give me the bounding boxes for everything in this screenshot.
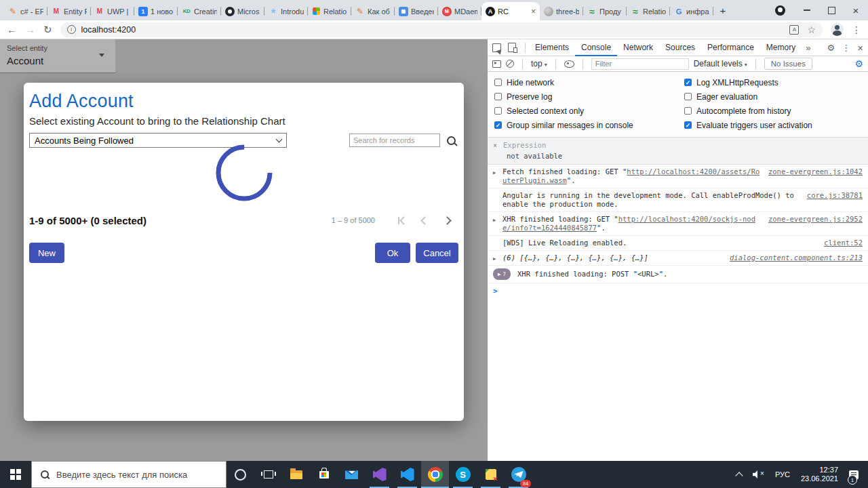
cancel-button[interactable]: Cancel bbox=[416, 243, 458, 263]
address-bar[interactable]: localhost:4200 A ☆ bbox=[60, 22, 823, 37]
browser-tab[interactable]: 1 ново bbox=[134, 2, 178, 20]
console-setting[interactable]: Selected context only bbox=[488, 104, 677, 118]
browser-tab[interactable]: Relatio bbox=[308, 2, 351, 20]
console-message[interactable]: zone-evergreen.js:2952▶XHR finished load… bbox=[488, 212, 868, 236]
clear-console-icon[interactable] bbox=[506, 60, 514, 68]
source-link[interactable]: zone-evergreen.js:1042 bbox=[768, 167, 863, 176]
tray-expand-button[interactable] bbox=[731, 461, 747, 488]
next-page-button[interactable] bbox=[436, 212, 458, 228]
browser-tab[interactable]: Проду bbox=[583, 2, 627, 20]
source-link[interactable]: zone-evergreen.js:2952 bbox=[768, 215, 863, 224]
device-toolbar-icon[interactable] bbox=[508, 43, 516, 52]
taskbar-app-vscode[interactable] bbox=[393, 461, 421, 488]
taskbar-search[interactable]: Введите здесь текст для поиска bbox=[31, 461, 226, 488]
console-setting[interactable]: Group similar messages in console bbox=[488, 118, 677, 132]
url-text[interactable]: localhost:4200 bbox=[81, 25, 136, 35]
console-settings-gear-icon[interactable]: ⚙ bbox=[854, 59, 863, 68]
checkbox-icon[interactable] bbox=[494, 79, 502, 86]
minimize-button[interactable] bbox=[795, 0, 819, 20]
browser-tab[interactable]: MDaem bbox=[438, 2, 481, 20]
taskbar-app-store[interactable] bbox=[310, 461, 338, 488]
browser-tab[interactable]: Введен bbox=[395, 2, 438, 20]
browser-tab[interactable]: RC× bbox=[481, 2, 540, 20]
devtools-menu-icon[interactable]: ⋮ bbox=[842, 43, 850, 53]
live-expression-bar[interactable]: ×Expression not available bbox=[488, 138, 868, 165]
browser-tab[interactable]: Creatin bbox=[178, 2, 221, 20]
console-setting[interactable]: Preserve log bbox=[488, 89, 677, 104]
console-sidebar-icon[interactable] bbox=[492, 60, 501, 68]
search-input[interactable] bbox=[349, 134, 440, 147]
taskbar-app-cortana[interactable] bbox=[226, 461, 254, 488]
start-button[interactable] bbox=[0, 461, 31, 488]
devtools-close-icon[interactable]: × bbox=[857, 42, 863, 54]
context-selector[interactable]: top▾ bbox=[531, 59, 547, 68]
remove-expression-icon[interactable]: × bbox=[493, 142, 497, 149]
browser-menu-icon[interactable]: ⋮ bbox=[852, 25, 861, 35]
console-setting[interactable]: Hide network bbox=[488, 75, 677, 89]
browser-tab[interactable]: Entity F bbox=[47, 2, 91, 20]
taskbar-app-chrome[interactable] bbox=[421, 461, 449, 488]
forward-button[interactable]: → bbox=[25, 24, 35, 35]
console-setting[interactable]: Evaluate triggers user activation bbox=[677, 118, 868, 132]
close-button[interactable]: × bbox=[844, 0, 868, 20]
devtools-tab-console[interactable]: Console bbox=[575, 39, 617, 56]
checkbox-checked-icon[interactable] bbox=[494, 121, 502, 129]
bookmark-star-icon[interactable]: ☆ bbox=[807, 25, 816, 35]
source-link[interactable]: core.js:38781 bbox=[807, 191, 863, 200]
checkbox-icon[interactable] bbox=[684, 93, 692, 100]
browser-tab[interactable]: three-b bbox=[540, 2, 583, 20]
ok-button[interactable]: Ok bbox=[375, 243, 410, 263]
browser-tab[interactable]: Micros bbox=[221, 2, 264, 20]
volume-button[interactable] bbox=[747, 461, 770, 488]
repeat-count-badge[interactable]: ▶7 bbox=[493, 268, 511, 280]
console-message[interactable]: client:52[WDS] Live Reloading enabled. bbox=[488, 236, 868, 251]
console-setting[interactable]: Autocomplete from history bbox=[677, 104, 868, 118]
checkbox-checked-icon[interactable] bbox=[684, 79, 692, 86]
taskbar-app-skype[interactable] bbox=[449, 461, 477, 488]
taskbar-app-explorer[interactable] bbox=[282, 461, 310, 488]
devtools-settings-gear-icon[interactable]: ⚙ bbox=[827, 43, 835, 52]
expand-triangle-icon[interactable]: ▶ bbox=[493, 216, 496, 225]
back-button[interactable]: ← bbox=[7, 24, 17, 35]
expand-triangle-icon[interactable]: ▶ bbox=[493, 169, 496, 178]
reload-button[interactable]: ↻ bbox=[43, 24, 52, 35]
console-setting[interactable]: Eager evaluation bbox=[677, 89, 868, 104]
taskbar-app-vs[interactable] bbox=[366, 461, 393, 488]
translate-icon[interactable]: A bbox=[789, 25, 799, 35]
taskbar-app-taskview[interactable] bbox=[254, 461, 282, 488]
browser-tab[interactable]: UWP | S bbox=[91, 2, 134, 20]
devtools-tab-sources[interactable]: Sources bbox=[659, 39, 701, 56]
inspect-element-icon[interactable] bbox=[492, 43, 501, 52]
previous-page-button[interactable] bbox=[414, 212, 436, 228]
devtools-tab-elements[interactable]: Elements bbox=[529, 39, 575, 56]
browser-tab[interactable]: Relatio bbox=[627, 2, 670, 20]
browser-tab[interactable]: Introdu bbox=[264, 2, 308, 20]
console-message[interactable]: zone-evergreen.js:1042▶Fetch finished lo… bbox=[488, 165, 868, 188]
issues-counter[interactable]: No Issues bbox=[764, 58, 812, 70]
expand-triangle-icon[interactable]: ▶ bbox=[493, 255, 496, 264]
devtools-tab-memory[interactable]: Memory bbox=[760, 39, 802, 56]
first-page-button[interactable] bbox=[391, 212, 414, 228]
console-filter-input[interactable] bbox=[591, 58, 689, 70]
console-setting[interactable]: Log XMLHttpRequests bbox=[677, 75, 868, 89]
checkbox-icon[interactable] bbox=[494, 93, 502, 100]
more-tabs-icon[interactable]: » bbox=[802, 43, 814, 53]
clock[interactable]: 12:37 23.06.2021 bbox=[795, 461, 844, 488]
source-link[interactable]: dialog-content.component.ts:213 bbox=[730, 253, 863, 262]
browser-tab[interactable]: Как об bbox=[351, 2, 395, 20]
maximize-button[interactable] bbox=[819, 0, 844, 20]
checkbox-checked-icon[interactable] bbox=[684, 121, 692, 129]
source-link[interactable]: client:52 bbox=[824, 239, 863, 247]
browser-tab[interactable]: c# - EF bbox=[4, 2, 47, 20]
log-levels-selector[interactable]: Default levels▾ bbox=[694, 59, 747, 68]
console-message[interactable]: ▶7XHR finished loading: POST "<URL>". bbox=[488, 266, 868, 283]
language-indicator[interactable]: РУС bbox=[770, 461, 795, 488]
browser-tab[interactable]: инфра bbox=[670, 2, 713, 20]
tab-close-icon[interactable]: × bbox=[531, 7, 536, 16]
live-expression-eye-icon[interactable] bbox=[564, 60, 574, 68]
checkbox-icon[interactable] bbox=[494, 107, 502, 115]
checkbox-icon[interactable] bbox=[684, 107, 692, 115]
devtools-tab-network[interactable]: Network bbox=[617, 39, 659, 56]
new-button[interactable]: New bbox=[29, 243, 64, 263]
action-center-button[interactable]: 1 bbox=[844, 461, 864, 488]
